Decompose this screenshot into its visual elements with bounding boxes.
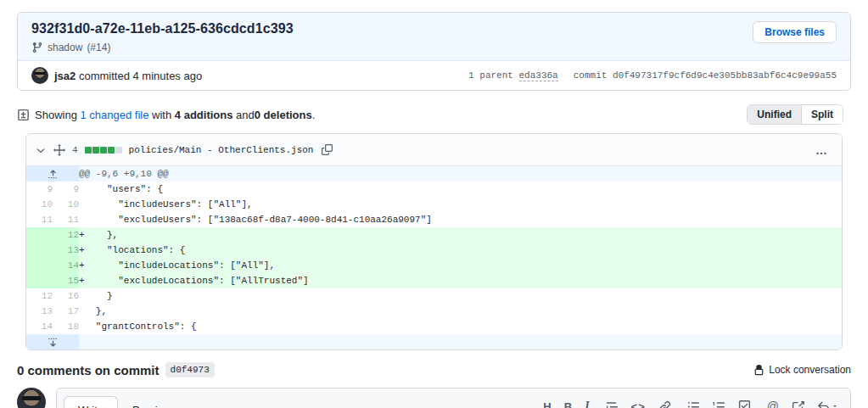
new-line-number[interactable]: 12 <box>53 227 79 243</box>
split-view-button[interactable]: Split <box>801 105 843 124</box>
collapse-file-button[interactable] <box>35 144 47 156</box>
deletions-count: 0 deletions <box>255 109 312 121</box>
diff-summary-row: Showing 1 changed file with 4 additions … <box>17 104 851 125</box>
new-line-number[interactable]: 18 <box>53 319 79 334</box>
diff-row: 13+ "locations": { <box>26 243 842 258</box>
kebab-horizontal-icon: … <box>815 143 828 157</box>
bold-icon[interactable]: B <box>564 400 572 408</box>
diff-code-cell: "excludeUsers": ["138ac68f-d8a7-4000-8d4… <box>79 212 842 227</box>
new-line-number[interactable]: 17 <box>53 304 79 319</box>
diffstat-addition-block <box>92 147 99 154</box>
old-line-number[interactable] <box>26 273 53 288</box>
diff-row: 1010 "includeUsers": ["All"], <box>26 197 842 212</box>
diff-code-cell: + "excludeLocations": ["AllTrusted"] <box>79 273 842 288</box>
diff-row: 14+ "includeLocations": ["All"], <box>26 258 842 273</box>
old-line-number[interactable]: 10 <box>26 197 53 212</box>
diffstat-addition-block <box>100 147 107 154</box>
commit-title: 932f31d0-a72e-11eb-a125-636cdcd1c393 <box>31 21 837 36</box>
commit-head: 932f31d0-a72e-11eb-a125-636cdcd1c393 sha… <box>18 13 850 60</box>
lock-icon <box>753 365 764 376</box>
diff-row: 15+ "excludeLocations": ["AllTrusted"] <box>26 273 842 288</box>
diff-row: 12+ }, <box>26 227 842 243</box>
tasklist-icon[interactable] <box>738 400 751 408</box>
heading-icon[interactable]: H <box>543 400 551 408</box>
old-line-number[interactable]: 12 <box>26 288 53 304</box>
file-additions-count: 4 <box>72 145 78 155</box>
code-icon[interactable]: <> <box>631 400 646 408</box>
copy-icon <box>322 144 333 155</box>
diff-code-cell: + }, <box>79 227 842 243</box>
commit-page: 932f31d0-a72e-11eb-a125-636cdcd1c393 sha… <box>0 0 868 408</box>
new-line-number[interactable]: 10 <box>53 197 79 212</box>
diff-code-cell: } <box>79 288 842 304</box>
parent-label: 1 parent <box>468 70 513 81</box>
new-line-number[interactable]: 9 <box>53 182 79 197</box>
pr-reference[interactable]: (#14) <box>87 42 110 53</box>
lock-conversation-button[interactable]: Lock conversation <box>753 364 851 376</box>
old-line-number[interactable]: 9 <box>26 182 53 197</box>
expand-hunk-cell <box>26 166 79 182</box>
new-line-number[interactable]: 13 <box>53 243 79 258</box>
file-diff-icon <box>17 109 30 121</box>
old-line-number[interactable]: 11 <box>26 212 53 227</box>
old-line-number[interactable] <box>26 258 53 273</box>
cross-reference-icon[interactable] <box>792 400 804 408</box>
expand-hunk-cell <box>26 334 79 349</box>
parent-sha-link[interactable]: eda336a <box>519 70 558 81</box>
diffstat-blocks <box>85 147 122 154</box>
diff-code-cell: "users": { <box>79 182 842 197</box>
commit-header-box: 932f31d0-a72e-11eb-a125-636cdcd1c393 sha… <box>17 12 851 91</box>
commit-sha-badge[interactable]: d0f4973 <box>165 362 215 377</box>
diff-code-cell: + "includeLocations": ["All"], <box>79 258 842 273</box>
quote-icon[interactable] <box>606 400 619 408</box>
reply-icon[interactable] <box>817 400 838 408</box>
diff-code-cell: + "locations": { <box>79 243 842 258</box>
new-line-number[interactable]: 11 <box>53 212 79 227</box>
new-line-number[interactable]: 16 <box>53 288 79 304</box>
markdown-toolbar: HBI<>@ <box>527 388 838 408</box>
diffstat-addition-block <box>85 147 92 154</box>
list-ordered-icon[interactable] <box>713 400 725 408</box>
hunk-header-text <box>79 334 842 349</box>
tab-write[interactable]: Write <box>64 396 118 408</box>
new-comment-section: Write Preview HBI<>@ <box>17 388 851 408</box>
new-line-number[interactable]: 14 <box>53 258 79 273</box>
link-icon[interactable] <box>658 400 671 408</box>
author-login[interactable]: jsa2 <box>54 70 76 82</box>
additions-count: 4 additions <box>175 109 233 121</box>
diff-table-body: @@ -9,6 +9,10 @@99 "users": {1010 "inclu… <box>26 166 842 349</box>
comments-header: 0 comments on commit d0f4973 Lock conver… <box>17 362 851 377</box>
commit-sha-info: 1 parent eda336a commit d0f497317f9cf6d9… <box>468 70 837 81</box>
list-unordered-icon[interactable] <box>687 400 700 408</box>
fold-down-icon[interactable] <box>48 337 59 348</box>
diff-summary-text: Showing 1 changed file with 4 additions … <box>35 109 315 121</box>
author-avatar[interactable] <box>31 67 48 84</box>
diffstat-neutral-block <box>115 147 122 154</box>
comment-composer: Write Preview HBI<>@ <box>56 388 851 408</box>
old-line-number[interactable] <box>26 227 53 243</box>
unified-view-button[interactable]: Unified <box>748 105 801 124</box>
file-name-link[interactable]: policies/Main - OtherClients.json <box>129 145 314 155</box>
diff-table: @@ -9,6 +9,10 @@99 "users": {1010 "inclu… <box>26 166 842 349</box>
old-line-number[interactable] <box>26 243 53 258</box>
file-options-button[interactable]: … <box>810 142 833 159</box>
new-line-number[interactable]: 15 <box>53 273 79 288</box>
old-line-number[interactable]: 13 <box>26 304 53 319</box>
diff-row: 1317 }, <box>26 304 842 319</box>
browse-files-button[interactable]: Browse files <box>753 21 837 43</box>
old-line-number[interactable]: 14 <box>26 319 53 334</box>
italic-icon[interactable]: I <box>585 400 589 408</box>
mention-icon[interactable]: @ <box>767 400 779 408</box>
chevron-down-icon <box>35 144 47 156</box>
copy-file-path-button[interactable] <box>320 143 334 157</box>
arrows-move-icon[interactable] <box>53 144 65 156</box>
tab-preview[interactable]: Preview <box>118 396 186 408</box>
fold-up-icon[interactable] <box>48 169 59 180</box>
diff-row: 1418 "grantControls": { <box>26 319 842 334</box>
current-user-avatar[interactable] <box>17 388 46 408</box>
branch-name[interactable]: shadow <box>48 42 82 53</box>
changed-files-link[interactable]: 1 changed file <box>81 109 149 121</box>
diff-row: 99 "users": { <box>26 182 842 197</box>
toolbar-group: HBI <box>543 400 589 408</box>
diff-hunk-row: @@ -9,6 +9,10 @@ <box>26 166 842 182</box>
